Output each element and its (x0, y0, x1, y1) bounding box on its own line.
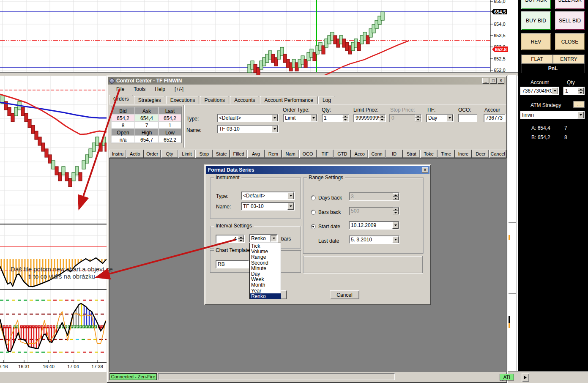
list-item-year[interactable]: Year (250, 288, 281, 293)
order-type-combo[interactable]: Limit (283, 114, 317, 122)
buy-ask-button[interactable]: BUY ASK (521, 0, 551, 9)
column-header-oco[interactable]: OCO (299, 150, 317, 158)
scroll-right-button[interactable] (522, 373, 529, 382)
close-button[interactable]: CLOSE (555, 33, 585, 50)
atm-more-button[interactable]: ... (573, 101, 585, 108)
list-item-volume[interactable]: Volume (250, 249, 281, 254)
spinner-buttons[interactable] (379, 115, 385, 121)
chevron-down-icon[interactable] (287, 203, 294, 210)
chevron-down-icon[interactable] (271, 126, 278, 132)
column-header-order[interactable]: Order (144, 150, 161, 158)
column-header-conn[interactable]: Conn (368, 150, 386, 158)
chevron-down-icon[interactable] (446, 115, 453, 121)
dialog-name-combo[interactable]: TF 03-10 (241, 202, 295, 211)
maximize-icon[interactable]: □ (490, 78, 497, 84)
flat-button[interactable]: FLAT (521, 55, 553, 64)
tab-accounts[interactable]: Accounts (230, 96, 259, 104)
column-header-stop[interactable]: Stop (195, 150, 213, 158)
column-header-cancel[interactable]: Cancel (489, 150, 506, 158)
list-item-tick[interactable]: Tick (250, 243, 281, 249)
entry-button[interactable]: ENTRY (553, 55, 585, 64)
tab-executions[interactable]: Executions (166, 96, 200, 104)
column-header-time[interactable]: Time (438, 150, 455, 158)
chevron-down-icon[interactable] (310, 115, 317, 121)
tab-log[interactable]: Log (318, 96, 335, 104)
strategy-combo[interactable]: finvin (520, 111, 585, 119)
last-date-combo[interactable]: 5. 3.2010 (349, 235, 399, 244)
column-header-id[interactable]: ID (386, 150, 403, 158)
list-item-week[interactable]: Week (250, 276, 281, 282)
column-header-decr[interactable]: Decr (472, 150, 489, 158)
pnl-display: PnL (521, 64, 585, 73)
account-combo[interactable]: 73677304!RO (520, 87, 559, 95)
list-item-month[interactable]: Month (250, 282, 281, 287)
oco-field[interactable] (458, 114, 477, 122)
menu-tools[interactable]: Tools (130, 86, 149, 93)
chart-template-field[interactable]: RB (216, 260, 249, 268)
chevron-down-icon[interactable] (392, 222, 399, 229)
chevron-down-icon[interactable] (287, 192, 294, 199)
chevron-down-icon[interactable] (271, 235, 277, 242)
rev-button[interactable]: REV (521, 33, 551, 50)
column-header-filled[interactable]: Filled (230, 150, 247, 158)
column-header-instru[interactable]: Instru (109, 150, 126, 158)
market-data-grid: BidAskLast654,2654,4654,2871OpenHighLown… (111, 107, 182, 143)
column-header-acco[interactable]: Acco (351, 150, 368, 158)
account-field[interactable]: 736773 (484, 114, 506, 122)
qty-stepper[interactable]: 1 (322, 114, 349, 122)
list-item-renko[interactable]: Renko (250, 293, 281, 299)
cancel-button[interactable]: Cancel (330, 290, 359, 299)
column-header-tif[interactable]: TIF (317, 150, 334, 158)
list-item-second[interactable]: Second (250, 260, 281, 265)
start-date-combo[interactable]: 10.12.2009 (349, 221, 399, 230)
list-item-minute[interactable]: Minute (250, 265, 281, 271)
minimize-icon[interactable]: _ (482, 78, 489, 84)
column-header-strat[interactable]: Strat (403, 150, 420, 158)
column-header-gtd[interactable]: GTD (334, 150, 351, 158)
instrument-combo[interactable]: TF 03-10 (217, 125, 279, 133)
column-header-rem[interactable]: Rem (265, 150, 282, 158)
chevron-down-icon[interactable] (552, 88, 558, 94)
sell-bid-button[interactable]: SELL BID (555, 11, 585, 30)
start-date-radio[interactable] (311, 224, 316, 229)
tab-orders[interactable]: Orders (109, 95, 133, 104)
dialog-titlebar[interactable]: Format Data Series × (206, 166, 429, 174)
tab-positions[interactable]: Positions (200, 96, 229, 104)
tab-account-performance[interactable]: Account Performance (260, 96, 317, 104)
spinner-buttons[interactable] (578, 88, 584, 94)
days-back-radio[interactable] (311, 195, 316, 200)
chevron-down-icon[interactable] (271, 115, 278, 121)
tab-strategies[interactable]: Strategies (134, 96, 165, 104)
column-header-state[interactable]: State (213, 150, 230, 158)
interval-value-stepper[interactable]: 4 (216, 235, 245, 243)
tif-combo[interactable]: Day (426, 114, 454, 122)
chevron-down-icon[interactable] (577, 112, 584, 118)
column-header-actio[interactable]: Actio (126, 150, 144, 158)
spinner-buttons[interactable] (238, 235, 244, 242)
limit-price-stepper[interactable]: 9999999999 (353, 114, 386, 122)
titlebar[interactable]: Control Center - TF FINWIN _ □ × (108, 77, 506, 85)
column-header-toke[interactable]: Toke (420, 150, 438, 158)
dialog-title: Format Data Series (208, 167, 254, 173)
menu-file[interactable]: File (112, 86, 128, 93)
interval-type-combo[interactable]: Renko (249, 234, 278, 243)
menu-help[interactable]: Help (151, 86, 169, 93)
type-combo[interactable]: <Default> (217, 114, 279, 122)
panel-qty-stepper[interactable]: 1 (563, 87, 585, 95)
spinner-buttons[interactable] (342, 115, 348, 121)
bars-back-radio[interactable] (311, 210, 316, 215)
column-header-limit[interactable]: Limit (178, 150, 196, 158)
chevron-down-icon[interactable] (392, 236, 399, 243)
column-header-nam[interactable]: Nam (282, 150, 299, 158)
list-item-day[interactable]: Day (250, 271, 281, 276)
column-header-qty[interactable]: Qty (161, 150, 178, 158)
dialog-type-combo[interactable]: <Default> (241, 192, 295, 200)
buy-bid-button[interactable]: BUY BID (521, 11, 551, 30)
sell-ask-button[interactable]: SELL ASK (555, 0, 585, 9)
column-header-avg[interactable]: Avg (247, 150, 265, 158)
list-item-range[interactable]: Range (250, 254, 281, 260)
close-icon[interactable]: × (498, 78, 504, 84)
menu-[interactable]: [+/-] (171, 86, 187, 93)
column-header-incre[interactable]: Incre (455, 150, 472, 158)
close-icon[interactable]: × (422, 167, 428, 173)
